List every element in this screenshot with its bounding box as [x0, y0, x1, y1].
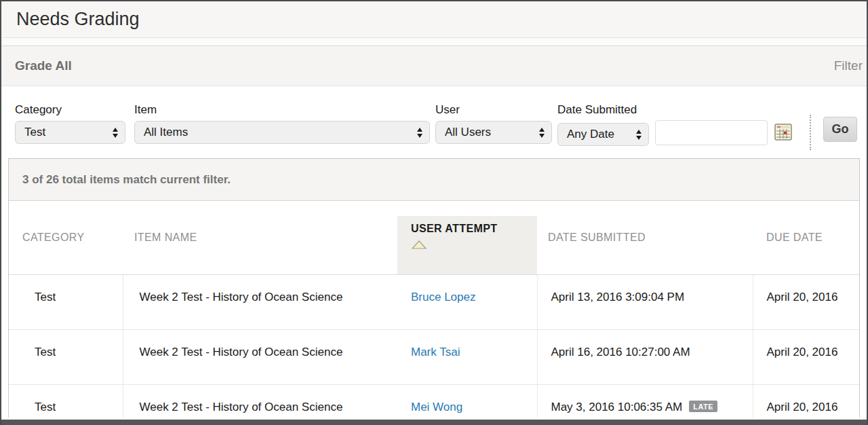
page-title: Needs Grading [16, 9, 140, 30]
cell-date-submitted: April 16, 2016 10:27:00 AM [537, 329, 753, 384]
category-select[interactable]: Test [15, 121, 125, 144]
column-header-item-name[interactable]: ITEM NAME [123, 201, 397, 274]
window-bottom-edge [1, 420, 867, 425]
cell-due-date: April 20, 2016 [753, 329, 859, 384]
category-filter-group: Category Test [15, 103, 125, 144]
user-select-value: All Users [445, 126, 491, 139]
header-divider [1, 38, 867, 46]
select-arrows-icon [113, 128, 118, 138]
item-label: Item [134, 103, 430, 117]
cell-date-submitted: April 13, 2016 3:09:04 PM [537, 274, 753, 329]
filter-button[interactable]: Filter [834, 58, 863, 73]
select-arrows-icon [539, 128, 545, 138]
cell-item-name: Week 2 Test - History of Ocean Science [123, 329, 397, 384]
action-bar: Grade All Filter [1, 46, 867, 86]
item-select[interactable]: All Items [134, 121, 430, 144]
date-submitted-text: May 3, 2016 10:06:35 AM [551, 401, 683, 413]
date-submitted-filter-group: Date Submitted Any Date [557, 103, 793, 146]
date-submitted-label: Date Submitted [557, 103, 793, 117]
table-header-row: CATEGORY ITEM NAME USER ATTEMPT DATE SUB… [9, 201, 859, 274]
results-container: 3 of 26 total items match current filter… [8, 158, 860, 418]
category-label: Category [15, 103, 125, 117]
user-attempt-link[interactable]: Mark Tsai [411, 346, 460, 358]
column-header-user-attempt-label: USER ATTEMPT [411, 223, 497, 234]
date-input[interactable] [655, 120, 768, 145]
date-submitted-select[interactable]: Any Date [557, 123, 649, 146]
table-row: Test Week 2 Test - History of Ocean Scie… [9, 384, 859, 418]
go-button[interactable]: Go [823, 117, 857, 142]
category-select-value: Test [24, 126, 45, 139]
item-filter-group: Item All Items [134, 103, 430, 144]
sort-ascending-icon [411, 240, 537, 253]
cell-item-name: Week 2 Test - History of Ocean Science [123, 384, 397, 418]
needs-grading-page: Needs Grading Grade All Filter Category … [0, 0, 868, 425]
cell-category: Test [9, 384, 123, 418]
needs-grading-table: CATEGORY ITEM NAME USER ATTEMPT DATE SUB… [9, 201, 859, 418]
column-header-due-date[interactable]: DUE DATE [753, 201, 859, 274]
filter-section: Category Test Item All Items User All Us… [1, 86, 867, 158]
filter-status-text: 3 of 26 total items match current filter… [22, 173, 231, 187]
cell-category: Test [9, 274, 123, 329]
select-arrows-icon [417, 128, 422, 138]
page-header: Needs Grading [1, 1, 867, 38]
column-header-user-attempt[interactable]: USER ATTEMPT [397, 201, 537, 274]
user-select[interactable]: All Users [435, 121, 552, 144]
user-attempt-link[interactable]: Bruce Lopez [411, 291, 475, 303]
date-submitted-select-value: Any Date [567, 128, 614, 141]
table-row: Test Week 2 Test - History of Ocean Scie… [9, 274, 859, 329]
calendar-button[interactable] [773, 122, 793, 143]
select-arrows-icon [636, 130, 642, 140]
calendar-icon [774, 132, 792, 143]
user-attempt-link[interactable]: Mei Wong [411, 401, 462, 413]
late-badge: LATE [689, 401, 717, 412]
cell-due-date: April 20, 2016 [753, 274, 859, 329]
filter-divider [810, 115, 811, 150]
filter-status-bar: 3 of 26 total items match current filter… [9, 159, 859, 201]
date-submitted-controls: Any Date [557, 121, 793, 146]
grade-all-button[interactable]: Grade All [15, 58, 72, 73]
column-header-date-submitted[interactable]: DATE SUBMITTED [537, 201, 753, 274]
item-select-value: All Items [144, 126, 188, 139]
cell-due-date: April 20, 2016 [753, 384, 859, 418]
cell-category: Test [9, 329, 123, 384]
cell-item-name: Week 2 Test - History of Ocean Science [123, 274, 397, 329]
table-row: Test Week 2 Test - History of Ocean Scie… [9, 329, 859, 384]
column-header-category[interactable]: CATEGORY [9, 201, 123, 274]
user-label: User [435, 103, 552, 117]
cell-date-submitted: May 3, 2016 10:06:35 AMLATE [537, 384, 753, 418]
user-filter-group: User All Users [435, 103, 552, 144]
